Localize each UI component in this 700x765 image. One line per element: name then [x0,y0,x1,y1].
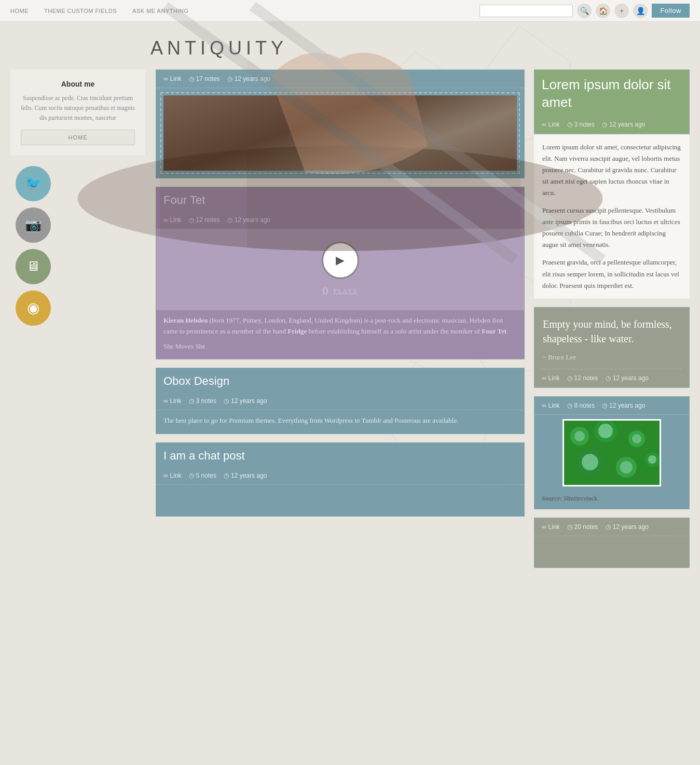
main-layout: About me Suspendisse ac pede. Cras tinci… [0,69,700,568]
chat-time: ◷ 12 years ago [224,472,267,479]
notes-icon-4: ◷ [189,472,194,479]
br-notes: ◷ 20 notes [567,523,598,531]
chat-link[interactable]: ∞ Link [163,472,182,479]
br-link[interactable]: ∞ Link [542,523,560,531]
chat-post-title: I am a chat post [156,443,524,467]
notes-icon-8: ◷ [567,523,572,531]
link-icon-8: ∞ [542,523,546,531]
photo2-image [562,419,661,486]
photo2-source: Source: Shutterstock [534,491,689,509]
photo-post: ∞ Link ◷ 17 notes ◷ 12 years ago [156,69,525,178]
svg-point-12 [598,424,613,438]
chat-post-meta: ∞ Link ◷ 5 notes ◷ 12 years ago [156,467,524,485]
time-icon-4: ◷ [224,472,229,479]
time-icon-8: ◷ [606,523,611,531]
photo2-image-wrapper [534,415,689,491]
photo-image-wrapper [160,92,520,174]
svg-point-10 [574,431,585,441]
chat-post: I am a chat post ∞ Link ◷ 5 notes ◷ 12 y [156,442,525,517]
br-time: ◷ 12 years ago [606,523,649,531]
left-column: ∞ Link ◷ 17 notes ◷ 12 years ago [156,69,525,568]
svg-point-16 [582,454,598,470]
svg-point-20 [648,455,656,464]
chat-notes: ◷ 5 notes [189,472,216,479]
svg-point-14 [632,434,641,443]
content-area: ∞ Link ◷ 17 notes ◷ 12 years ago [156,69,690,568]
svg-point-18 [620,461,633,474]
bottom-right-post: ∞ Link ◷ 20 notes ◷ 12 years ago [534,518,690,568]
link-icon-4: ∞ [163,472,168,479]
photo-image [163,95,517,171]
bottom-right-meta: ∞ Link ◷ 20 notes ◷ 12 years ago [534,518,689,536]
